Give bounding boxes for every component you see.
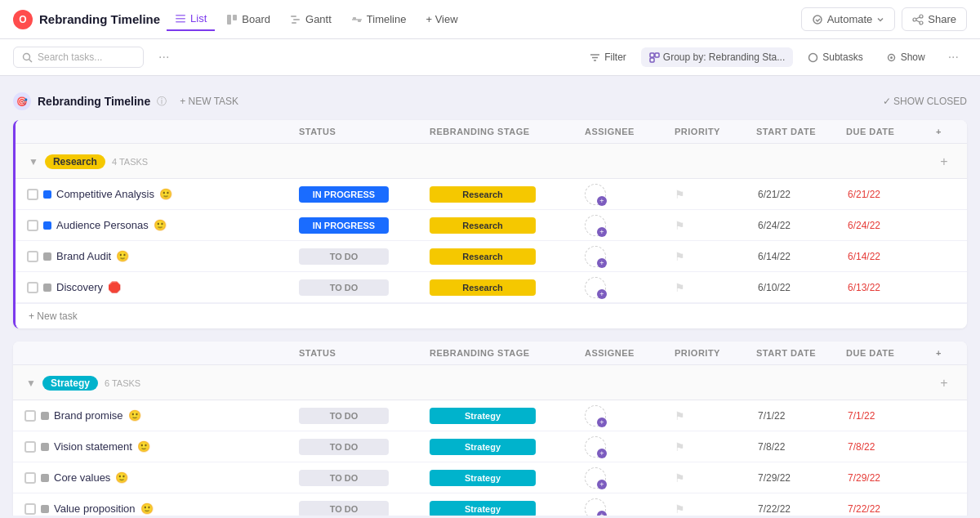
task-checkbox[interactable] [24,441,36,453]
assignee-cell[interactable] [580,495,670,516]
nav-add-view[interactable]: + View [417,8,466,30]
due-date-cell[interactable]: 7/29/22 [841,469,931,487]
priority-cell[interactable]: ⚑ [670,216,751,235]
due-date-cell[interactable]: 6/21/22 [841,185,931,203]
task-checkbox[interactable] [24,410,36,422]
due-date-cell[interactable]: 7/22/22 [841,500,931,516]
status-cell[interactable]: TO DO [294,245,425,268]
priority-flag[interactable]: ⚑ [675,281,685,294]
task-emoji[interactable]: 🙂 [154,219,167,231]
task-name[interactable]: Value proposition [54,502,136,515]
avatar[interactable] [585,405,606,426]
assignee-cell[interactable] [580,464,670,492]
stage-cell[interactable]: Research [425,245,580,268]
status-cell[interactable]: TO DO [294,276,425,299]
status-cell[interactable]: IN PROGRESS [294,183,425,206]
priority-flag[interactable]: ⚑ [675,219,685,232]
priority-flag[interactable]: ⚑ [675,440,685,453]
more-toolbar-button[interactable]: ··· [940,46,967,69]
stage-cell[interactable]: Strategy [425,498,580,516]
priority-flag[interactable]: ⚑ [675,409,685,422]
task-emoji[interactable]: 🙂 [140,502,154,515]
nav-board[interactable]: Board [218,8,278,30]
status-cell[interactable]: TO DO [294,498,425,516]
avatar[interactable] [585,246,606,267]
nav-timeline[interactable]: Timeline [343,8,415,30]
stage-cell[interactable]: Research [425,214,580,237]
stage-cell[interactable]: Research [425,183,580,206]
research-add-button[interactable]: + [934,152,954,172]
start-date-cell[interactable]: 6/10/22 [751,279,841,297]
task-checkbox[interactable] [27,189,38,200]
due-date-cell[interactable]: 7/8/22 [841,438,931,456]
start-date-cell[interactable]: 6/21/22 [751,185,841,203]
task-checkbox[interactable] [27,282,38,293]
avatar[interactable] [585,277,606,298]
strategy-toggle[interactable]: ▼ [26,377,36,389]
priority-flag[interactable]: ⚑ [675,502,685,516]
task-emoji[interactable]: 🙂 [128,409,141,422]
assignee-cell[interactable] [580,274,670,301]
research-toggle[interactable]: ▼ [29,156,38,167]
task-checkbox[interactable] [27,251,38,262]
avatar[interactable] [585,467,606,489]
task-emoji[interactable]: 🙂 [115,471,128,484]
task-checkbox[interactable] [27,220,38,231]
col-add[interactable]: + [931,120,960,143]
due-date-cell[interactable]: 7/1/22 [841,407,931,425]
priority-flag[interactable]: ⚑ [675,188,685,201]
task-name[interactable]: Audience Personas [56,219,149,231]
due-date-cell[interactable]: 6/13/22 [841,279,931,297]
assignee-cell[interactable] [580,433,670,461]
strategy-add-button[interactable]: + [934,373,954,393]
start-date-cell[interactable]: 7/22/22 [751,500,841,516]
priority-cell[interactable]: ⚑ [670,185,751,204]
start-date-cell[interactable]: 7/1/22 [751,407,841,425]
priority-cell[interactable]: ⚑ [670,247,751,266]
nav-gantt[interactable]: Gantt [282,8,340,30]
avatar[interactable] [585,498,606,516]
col-add[interactable]: + [931,342,960,364]
task-name[interactable]: Brand promise [54,409,123,422]
task-name[interactable]: Competitive Analysis [56,188,154,200]
automate-button[interactable]: Automate [801,7,896,31]
assignee-cell[interactable] [580,181,670,208]
group-by-button[interactable]: Group by: Rebranding Sta... [641,47,793,67]
task-name[interactable]: Core values [54,471,110,484]
research-badge[interactable]: Research [45,154,105,169]
stage-cell[interactable]: Strategy [425,435,580,458]
priority-cell[interactable]: ⚑ [670,278,751,297]
due-date-cell[interactable]: 6/14/22 [841,248,931,266]
stage-cell[interactable]: Strategy [425,404,580,427]
task-emoji[interactable]: 🙂 [159,188,172,200]
status-cell[interactable]: TO DO [294,467,425,489]
subtasks-button[interactable]: Subtasks [800,47,871,67]
strategy-badge[interactable]: Strategy [42,376,98,391]
search-box[interactable]: Search tasks... [13,47,144,68]
start-date-cell[interactable]: 7/29/22 [751,469,841,487]
status-cell[interactable]: IN PROGRESS [294,214,425,237]
due-date-cell[interactable]: 6/24/22 [841,217,931,234]
start-date-cell[interactable]: 7/8/22 [751,438,841,456]
assignee-cell[interactable] [580,402,670,430]
priority-cell[interactable]: ⚑ [670,499,751,516]
assignee-cell[interactable] [580,212,670,239]
avatar[interactable] [585,215,606,236]
task-emoji[interactable]: 🙂 [116,250,129,262]
task-name[interactable]: Brand Audit [56,250,111,262]
status-cell[interactable]: TO DO [294,404,425,427]
new-task-research-button[interactable]: + New task [16,303,967,328]
info-icon[interactable]: ⓘ [157,95,167,109]
new-task-header-button[interactable]: + NEW TASK [173,92,245,110]
task-name[interactable]: Vision statement [54,440,132,453]
priority-cell[interactable]: ⚑ [670,406,751,426]
stage-cell[interactable]: Strategy [425,467,580,489]
task-checkbox[interactable] [24,472,36,484]
start-date-cell[interactable]: 6/14/22 [751,248,841,266]
filter-button[interactable]: Filter [581,47,635,67]
task-checkbox[interactable] [24,503,36,515]
task-name[interactable]: Discovery [56,281,103,293]
assignee-cell[interactable] [580,243,670,270]
priority-flag[interactable]: ⚑ [675,250,685,263]
avatar[interactable] [585,436,606,458]
